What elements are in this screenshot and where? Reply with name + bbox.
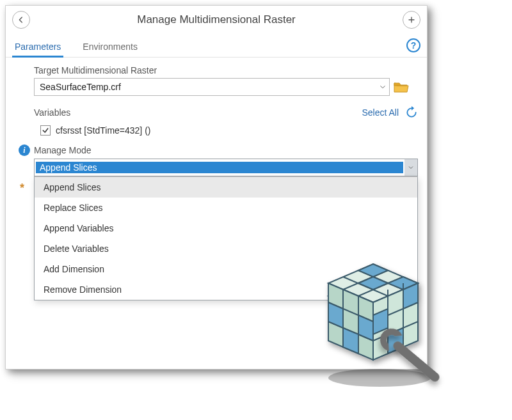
plus-icon (406, 15, 417, 25)
manage-mode-dropdown-wrap: * Append Slices Replace Slices Append Va… (6, 176, 427, 300)
svg-marker-18 (388, 328, 403, 354)
manage-mode-label: Manage Mode (34, 145, 92, 155)
manage-mode-dropdown: Append Slices Replace Slices Append Vari… (34, 176, 418, 300)
add-button[interactable] (403, 11, 420, 29)
browse-button[interactable] (394, 81, 409, 93)
dropdown-option-1[interactable]: Replace Slices (35, 198, 417, 218)
back-button[interactable] (12, 11, 30, 29)
dropdown-option-5[interactable]: Remove Dimension (35, 279, 417, 300)
required-asterisk-icon: * (20, 182, 24, 195)
variable-item-0: cfsrsst [StdTime=432] () (6, 123, 427, 142)
pane-title: Manage Multidimensional Raster (30, 13, 403, 26)
manage-mode-combo[interactable]: Append Slices (34, 159, 418, 176)
chevron-down-icon (404, 159, 417, 176)
select-all-link[interactable]: Select All (362, 107, 399, 118)
svg-point-0 (328, 369, 431, 387)
svg-line-12 (373, 302, 418, 322)
dropdown-option-2[interactable]: Append Variables (35, 218, 417, 238)
help-button[interactable]: ? (406, 38, 420, 52)
reset-button[interactable] (405, 106, 418, 119)
tab-bar: Parameters Environments ? (6, 33, 427, 58)
svg-marker-24 (328, 302, 343, 328)
variable-text-0: cfsrsst [StdTime=432] () (56, 125, 150, 136)
dropdown-option-4[interactable]: Add Dimension (35, 259, 417, 279)
manage-mode-selected: Append Slices (36, 162, 403, 173)
geoprocessing-pane: Manage Multidimensional Raster Parameter… (5, 5, 428, 369)
svg-line-20 (328, 302, 373, 322)
dropdown-option-0[interactable]: Append Slices (35, 177, 417, 198)
help-icon: ? (411, 40, 417, 51)
svg-rect-27 (392, 339, 442, 384)
svg-marker-17 (373, 309, 388, 334)
tab-parameters[interactable]: Parameters (12, 38, 63, 57)
target-raster-label: Target Multidimensional Raster (34, 65, 418, 75)
arrow-left-icon (16, 15, 26, 25)
target-raster-value: SeaSurfaceTemp.crf (35, 82, 376, 92)
svg-line-13 (373, 322, 418, 341)
pane-header: Manage Multidimensional Raster (6, 6, 427, 33)
field-target-raster: Target Multidimensional Raster SeaSurfac… (6, 65, 427, 100)
chevron-down-icon (376, 79, 389, 95)
svg-marker-26 (343, 328, 358, 354)
tab-environments[interactable]: Environments (80, 38, 140, 57)
dropdown-option-3[interactable]: Delete Variables (35, 238, 417, 259)
reset-icon (405, 106, 418, 119)
info-icon[interactable]: i (19, 144, 30, 156)
svg-marker-25 (358, 315, 373, 341)
check-icon (42, 127, 49, 134)
svg-line-21 (328, 322, 373, 341)
variable-checkbox-0[interactable] (40, 125, 51, 136)
variables-header-row: Variables Select All (6, 100, 427, 123)
target-raster-combo[interactable]: SeaSurfaceTemp.crf (34, 78, 390, 96)
folder-icon (394, 81, 409, 93)
variables-label: Variables (34, 107, 70, 118)
parameters-body: Target Multidimensional Raster SeaSurfac… (6, 58, 427, 300)
manage-mode-label-row: i Manage Mode (6, 142, 427, 159)
